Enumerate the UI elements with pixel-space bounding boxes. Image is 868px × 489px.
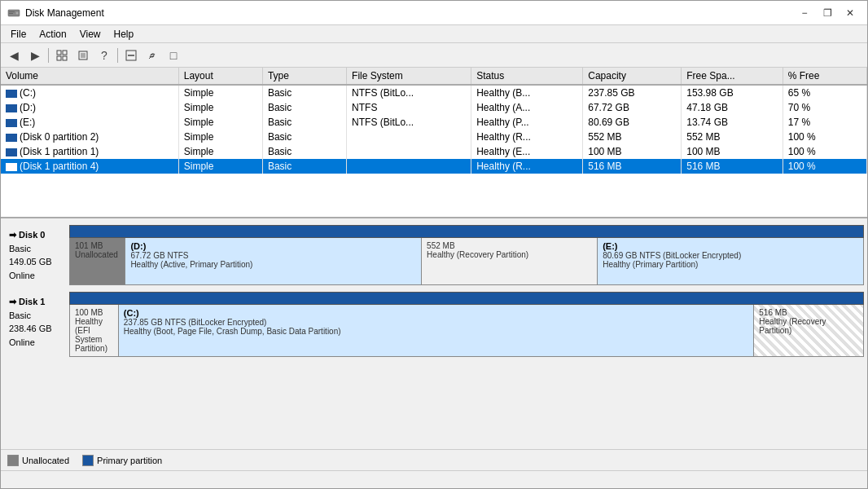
cell-capacity: 67.72 GB <box>583 100 682 115</box>
menu-action[interactable]: Action <box>33 27 72 42</box>
disk0-part2[interactable]: (D:) 67.72 GB NTFS Healthy (Active, Prim… <box>125 238 422 284</box>
cell-layout: Simple <box>178 85 262 100</box>
disk1-info: ➡ Disk 1 Basic 238.46 GB Online <box>4 292 69 357</box>
cell-type: Basic <box>262 144 346 159</box>
svg-rect-2 <box>9 11 15 12</box>
volume-icon <box>6 119 17 127</box>
disk0-type: Basic <box>9 242 64 256</box>
disk1-p2-name: (C:) <box>124 308 749 318</box>
cell-free: 13.74 GB <box>682 115 783 130</box>
toolbar-grid[interactable] <box>52 46 72 65</box>
disk0-info: ➡ Disk 0 Basic 149.05 GB Online <box>4 225 69 285</box>
cell-type: Basic <box>262 130 346 144</box>
toolbar-link[interactable] <box>142 46 162 65</box>
restore-button[interactable]: ❐ <box>817 5 838 21</box>
cell-pct: 100 % <box>783 159 866 174</box>
disk0-row: ➡ Disk 0 Basic 149.05 GB Online 101 MB U… <box>4 225 864 285</box>
legend-bar: Unallocated Primary partition <box>1 449 867 470</box>
disk0-p2-fs: 67.72 GB NTFS <box>130 251 416 260</box>
cell-free: 47.18 GB <box>682 100 783 115</box>
cell-fs <box>347 130 471 144</box>
cell-volume: (Disk 0 partition 2) <box>1 130 178 144</box>
menu-file[interactable]: File <box>4 27 33 42</box>
svg-rect-4 <box>57 51 61 55</box>
cell-free: 100 MB <box>682 144 783 159</box>
toolbar-back[interactable]: ◀ <box>4 46 24 65</box>
cell-pct: 100 % <box>783 130 866 144</box>
disk0-p4-name: (E:) <box>603 241 858 251</box>
menu-view[interactable]: View <box>73 27 107 42</box>
cell-fs: NTFS <box>347 100 471 115</box>
cell-pct: 100 % <box>783 144 866 159</box>
grid-icon <box>56 50 68 61</box>
disk0-status: Online <box>9 269 64 283</box>
toolbar-forward[interactable]: ▶ <box>25 46 45 65</box>
svg-line-12 <box>149 57 151 59</box>
cell-status: Healthy (R... <box>471 159 583 174</box>
disk1-part2[interactable]: (C:) 237.85 GB NTFS (BitLocker Encrypted… <box>119 305 755 356</box>
cell-status: Healthy (R... <box>471 130 583 144</box>
volume-table-area: Volume Layout Type File System Status Ca… <box>1 68 867 218</box>
svg-rect-7 <box>63 56 67 60</box>
disk0-partitions: 101 MB Unallocated (D:) 67.72 GB NTFS He… <box>69 238 864 285</box>
disk1-part3[interactable]: 516 MB Healthy (Recovery Partition) <box>754 305 863 356</box>
link-icon <box>147 50 158 61</box>
col-pct: % Free <box>783 68 866 85</box>
cell-fs: NTFS (BitLo... <box>347 85 471 100</box>
disk1-part1[interactable]: 100 MB Healthy (EFI System Partition) <box>70 305 119 356</box>
disk0-part4[interactable]: (E:) 80.69 GB NTFS (BitLocker Encrypted)… <box>598 238 863 284</box>
minimize-button[interactable]: − <box>794 5 815 21</box>
disk-map-area: ➡ Disk 0 Basic 149.05 GB Online 101 MB U… <box>1 218 867 449</box>
disk1-p3-size: 516 MB <box>759 308 858 317</box>
cell-volume: (D:) <box>1 100 178 115</box>
table-row[interactable]: (Disk 1 partition 1) Simple Basic Health… <box>1 144 867 159</box>
toolbar-box[interactable] <box>73 46 93 65</box>
col-status: Status <box>471 68 583 85</box>
disk1-p3-status: Healthy (Recovery Partition) <box>759 317 858 335</box>
table-row[interactable]: (Disk 0 partition 2) Simple Basic Health… <box>1 130 867 144</box>
table-row[interactable]: (D:) Simple Basic NTFS Healthy (A... 67.… <box>1 100 867 115</box>
cell-layout: Simple <box>178 130 262 144</box>
title-controls: − ❐ ✕ <box>794 5 861 21</box>
volume-icon <box>6 148 17 156</box>
disk1-bar: 100 MB Healthy (EFI System Partition) (C… <box>69 292 864 357</box>
disk0-p2-status: Healthy (Active, Primary Partition) <box>130 260 416 269</box>
disk0-header-bar <box>69 225 864 238</box>
app-icon <box>7 7 20 20</box>
disk1-p1-status: Healthy (EFI System Partition) <box>75 317 113 353</box>
col-layout: Layout <box>178 68 262 85</box>
svg-rect-3 <box>9 13 13 14</box>
disk0-part3[interactable]: 552 MB Healthy (Recovery Partition) <box>422 238 598 284</box>
legend-unallocated-box <box>7 455 19 466</box>
svg-rect-9 <box>81 53 85 58</box>
toolbar-help[interactable]: ? <box>94 46 114 65</box>
window-title: Disk Management <box>25 7 104 19</box>
col-capacity: Capacity <box>583 68 682 85</box>
cell-capacity: 100 MB <box>583 144 682 159</box>
toolbar-square[interactable]: □ <box>164 46 183 65</box>
disk1-p2-status: Healthy (Boot, Page File, Crash Dump, Ba… <box>124 327 749 336</box>
disk0-p4-status: Healthy (Primary Partition) <box>603 260 858 269</box>
disk1-p1-size: 100 MB <box>75 308 113 317</box>
disk0-p1-size: 101 MB <box>75 241 120 250</box>
disk0-part1[interactable]: 101 MB Unallocated <box>70 238 125 284</box>
disk-management-window: Disk Management − ❐ ✕ File Action View H… <box>0 0 868 489</box>
title-bar: Disk Management − ❐ ✕ <box>1 1 867 25</box>
legend-unallocated-label: Unallocated <box>22 456 69 465</box>
table-row[interactable]: (E:) Simple Basic NTFS (BitLo... Healthy… <box>1 115 867 130</box>
cell-status: Healthy (A... <box>471 100 583 115</box>
disk0-size: 149.05 GB <box>9 255 64 269</box>
close-button[interactable]: ✕ <box>840 5 861 21</box>
cell-type: Basic <box>262 115 346 130</box>
volume-icon <box>6 90 17 98</box>
table-row[interactable]: (C:) Simple Basic NTFS (BitLo... Healthy… <box>1 85 867 100</box>
cell-capacity: 80.69 GB <box>583 115 682 130</box>
cell-free: 153.98 GB <box>682 85 783 100</box>
cell-volume: (C:) <box>1 85 178 100</box>
disk1-row: ➡ Disk 1 Basic 238.46 GB Online 100 MB H… <box>4 292 864 357</box>
menu-help[interactable]: Help <box>107 27 141 42</box>
toolbar-minus[interactable] <box>121 46 141 65</box>
disk1-type: Basic <box>9 309 64 323</box>
table-row[interactable]: (Disk 1 partition 4) Simple Basic Health… <box>1 159 867 174</box>
cell-status: Healthy (E... <box>471 144 583 159</box>
